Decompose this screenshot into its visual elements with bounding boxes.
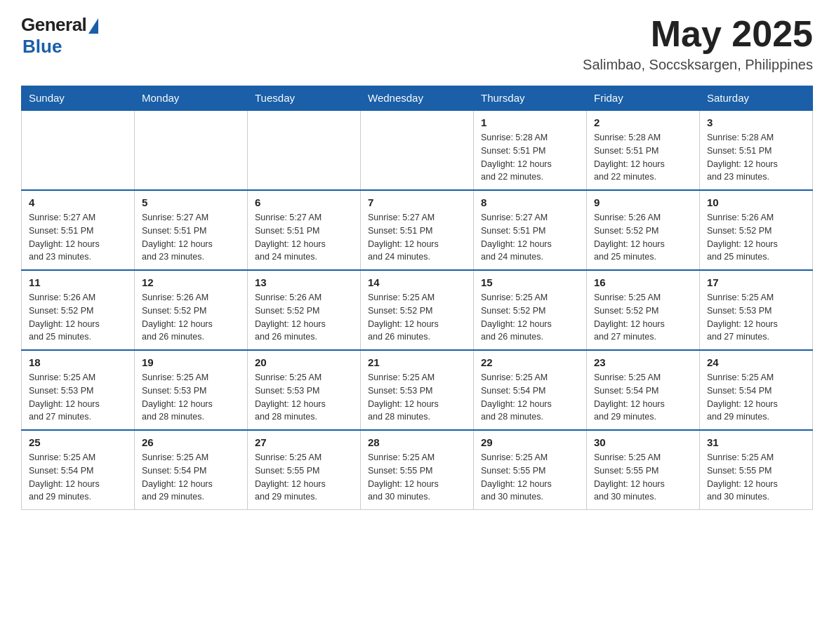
day-info: Sunrise: 5:25 AMSunset: 5:53 PMDaylight:…: [142, 371, 240, 424]
calendar-cell: 18Sunrise: 5:25 AMSunset: 5:53 PMDayligh…: [22, 350, 135, 430]
day-number: 17: [707, 276, 805, 288]
day-info: Sunrise: 5:27 AMSunset: 5:51 PMDaylight:…: [368, 211, 466, 264]
day-info: Sunrise: 5:26 AMSunset: 5:52 PMDaylight:…: [142, 291, 240, 344]
day-info: Sunrise: 5:25 AMSunset: 5:55 PMDaylight:…: [481, 451, 579, 504]
day-info: Sunrise: 5:27 AMSunset: 5:51 PMDaylight:…: [255, 211, 353, 264]
week-row-4: 18Sunrise: 5:25 AMSunset: 5:53 PMDayligh…: [22, 350, 813, 430]
calendar-cell: 16Sunrise: 5:25 AMSunset: 5:52 PMDayligh…: [587, 270, 700, 350]
day-number: 23: [594, 356, 692, 368]
calendar-cell: 13Sunrise: 5:26 AMSunset: 5:52 PMDayligh…: [248, 270, 361, 350]
day-info: Sunrise: 5:27 AMSunset: 5:51 PMDaylight:…: [29, 211, 127, 264]
day-info: Sunrise: 5:27 AMSunset: 5:51 PMDaylight:…: [481, 211, 579, 264]
day-number: 24: [707, 356, 805, 368]
calendar-cell: 27Sunrise: 5:25 AMSunset: 5:55 PMDayligh…: [248, 430, 361, 510]
calendar-cell: 1Sunrise: 5:28 AMSunset: 5:51 PMDaylight…: [474, 110, 587, 190]
day-info: Sunrise: 5:25 AMSunset: 5:55 PMDaylight:…: [255, 451, 353, 504]
day-number: 15: [481, 276, 579, 288]
day-number: 1: [481, 116, 579, 128]
day-info: Sunrise: 5:25 AMSunset: 5:53 PMDaylight:…: [29, 371, 127, 424]
day-number: 2: [594, 116, 692, 128]
day-number: 31: [707, 436, 805, 448]
logo-blue-text: Blue: [22, 36, 62, 58]
calendar-header-row: SundayMondayTuesdayWednesdayThursdayFrid…: [22, 86, 813, 111]
day-info: Sunrise: 5:25 AMSunset: 5:54 PMDaylight:…: [594, 371, 692, 424]
calendar-cell: 17Sunrise: 5:25 AMSunset: 5:53 PMDayligh…: [700, 270, 813, 350]
day-number: 26: [142, 436, 240, 448]
week-row-1: 1Sunrise: 5:28 AMSunset: 5:51 PMDaylight…: [22, 110, 813, 190]
day-info: Sunrise: 5:28 AMSunset: 5:51 PMDaylight:…: [594, 131, 692, 184]
calendar-cell: 9Sunrise: 5:26 AMSunset: 5:52 PMDaylight…: [587, 190, 700, 270]
calendar-cell: 10Sunrise: 5:26 AMSunset: 5:52 PMDayligh…: [700, 190, 813, 270]
day-info: Sunrise: 5:25 AMSunset: 5:55 PMDaylight:…: [594, 451, 692, 504]
logo-triangle-icon: [88, 18, 98, 34]
title-section: May 2025 Salimbao, Soccsksargen, Philipp…: [583, 14, 813, 73]
calendar-cell: 25Sunrise: 5:25 AMSunset: 5:54 PMDayligh…: [22, 430, 135, 510]
day-info: Sunrise: 5:25 AMSunset: 5:55 PMDaylight:…: [707, 451, 805, 504]
day-info: Sunrise: 5:26 AMSunset: 5:52 PMDaylight:…: [594, 211, 692, 264]
day-number: 7: [368, 196, 466, 208]
day-info: Sunrise: 5:25 AMSunset: 5:54 PMDaylight:…: [481, 371, 579, 424]
day-info: Sunrise: 5:25 AMSunset: 5:53 PMDaylight:…: [368, 371, 466, 424]
day-number: 13: [255, 276, 353, 288]
week-row-2: 4Sunrise: 5:27 AMSunset: 5:51 PMDaylight…: [22, 190, 813, 270]
day-number: 11: [29, 276, 127, 288]
day-number: 28: [368, 436, 466, 448]
day-number: 20: [255, 356, 353, 368]
day-number: 30: [594, 436, 692, 448]
week-row-3: 11Sunrise: 5:26 AMSunset: 5:52 PMDayligh…: [22, 270, 813, 350]
logo-general-text: General: [21, 14, 86, 36]
day-number: 16: [594, 276, 692, 288]
calendar-cell: 30Sunrise: 5:25 AMSunset: 5:55 PMDayligh…: [587, 430, 700, 510]
calendar-cell: [135, 110, 248, 190]
calendar-cell: 8Sunrise: 5:27 AMSunset: 5:51 PMDaylight…: [474, 190, 587, 270]
day-info: Sunrise: 5:26 AMSunset: 5:52 PMDaylight:…: [29, 291, 127, 344]
calendar-cell: 21Sunrise: 5:25 AMSunset: 5:53 PMDayligh…: [361, 350, 474, 430]
day-info: Sunrise: 5:25 AMSunset: 5:54 PMDaylight:…: [707, 371, 805, 424]
day-number: 10: [707, 196, 805, 208]
calendar-cell: 15Sunrise: 5:25 AMSunset: 5:52 PMDayligh…: [474, 270, 587, 350]
calendar-cell: 29Sunrise: 5:25 AMSunset: 5:55 PMDayligh…: [474, 430, 587, 510]
day-number: 22: [481, 356, 579, 368]
calendar-cell: 24Sunrise: 5:25 AMSunset: 5:54 PMDayligh…: [700, 350, 813, 430]
day-info: Sunrise: 5:26 AMSunset: 5:52 PMDaylight:…: [707, 211, 805, 264]
calendar-cell: 3Sunrise: 5:28 AMSunset: 5:51 PMDaylight…: [700, 110, 813, 190]
calendar-cell: [248, 110, 361, 190]
calendar-header-thursday: Thursday: [474, 86, 587, 111]
month-year-title: May 2025: [583, 14, 813, 54]
calendar-cell: 14Sunrise: 5:25 AMSunset: 5:52 PMDayligh…: [361, 270, 474, 350]
calendar-cell: 12Sunrise: 5:26 AMSunset: 5:52 PMDayligh…: [135, 270, 248, 350]
calendar-cell: 6Sunrise: 5:27 AMSunset: 5:51 PMDaylight…: [248, 190, 361, 270]
day-info: Sunrise: 5:25 AMSunset: 5:55 PMDaylight:…: [368, 451, 466, 504]
calendar-cell: 31Sunrise: 5:25 AMSunset: 5:55 PMDayligh…: [700, 430, 813, 510]
calendar-header-friday: Friday: [587, 86, 700, 111]
calendar-header-tuesday: Tuesday: [248, 86, 361, 111]
day-info: Sunrise: 5:25 AMSunset: 5:52 PMDaylight:…: [594, 291, 692, 344]
calendar-cell: 2Sunrise: 5:28 AMSunset: 5:51 PMDaylight…: [587, 110, 700, 190]
calendar-cell: 11Sunrise: 5:26 AMSunset: 5:52 PMDayligh…: [22, 270, 135, 350]
day-info: Sunrise: 5:25 AMSunset: 5:52 PMDaylight:…: [368, 291, 466, 344]
calendar-cell: 22Sunrise: 5:25 AMSunset: 5:54 PMDayligh…: [474, 350, 587, 430]
calendar-cell: 23Sunrise: 5:25 AMSunset: 5:54 PMDayligh…: [587, 350, 700, 430]
day-number: 3: [707, 116, 805, 128]
calendar-cell: 4Sunrise: 5:27 AMSunset: 5:51 PMDaylight…: [22, 190, 135, 270]
day-number: 8: [481, 196, 579, 208]
day-number: 6: [255, 196, 353, 208]
day-number: 19: [142, 356, 240, 368]
day-info: Sunrise: 5:25 AMSunset: 5:54 PMDaylight:…: [142, 451, 240, 504]
calendar-cell: [361, 110, 474, 190]
day-number: 5: [142, 196, 240, 208]
location-subtitle: Salimbao, Soccsksargen, Philippines: [583, 57, 813, 73]
calendar-cell: [22, 110, 135, 190]
day-number: 9: [594, 196, 692, 208]
day-number: 27: [255, 436, 353, 448]
day-number: 12: [142, 276, 240, 288]
page-header: General Blue May 2025 Salimbao, Soccsksa…: [21, 14, 813, 73]
calendar-header-monday: Monday: [135, 86, 248, 111]
day-number: 25: [29, 436, 127, 448]
day-number: 4: [29, 196, 127, 208]
day-info: Sunrise: 5:26 AMSunset: 5:52 PMDaylight:…: [255, 291, 353, 344]
day-info: Sunrise: 5:27 AMSunset: 5:51 PMDaylight:…: [142, 211, 240, 264]
day-info: Sunrise: 5:28 AMSunset: 5:51 PMDaylight:…: [481, 131, 579, 184]
day-number: 21: [368, 356, 466, 368]
day-info: Sunrise: 5:25 AMSunset: 5:54 PMDaylight:…: [29, 451, 127, 504]
